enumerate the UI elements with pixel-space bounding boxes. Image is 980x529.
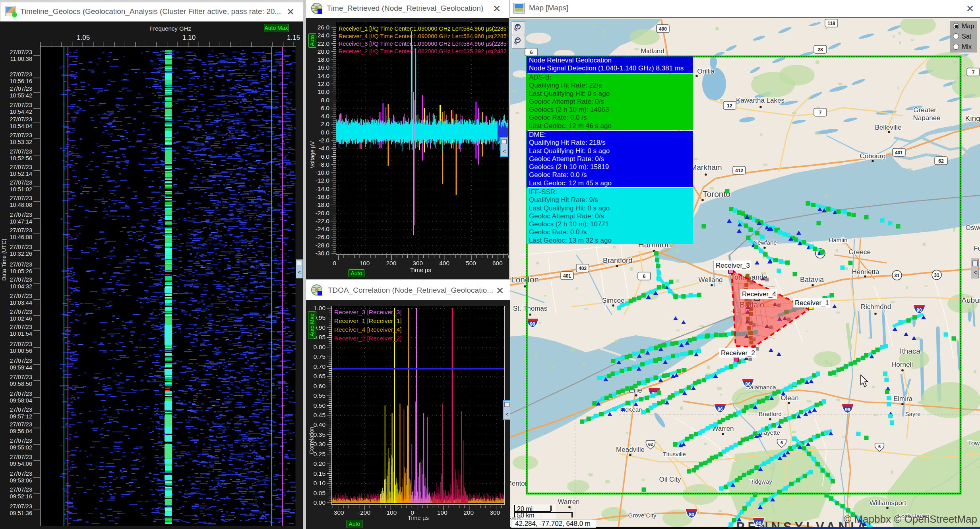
svg-text:Brantford: Brantford [603, 257, 632, 264]
svg-text:Ridgway: Ridgway [749, 478, 772, 485]
svg-text:6: 6 [781, 440, 783, 445]
svg-text:Cobourg: Cobourg [860, 152, 885, 160]
svg-text:Kawartha Lakes: Kawartha Lakes [736, 97, 784, 104]
svg-text:Hornell: Hornell [891, 361, 913, 368]
svg-text:St. Thomas: St. Thomas [513, 305, 548, 312]
svg-text:Napanee: Napanee [913, 114, 940, 122]
svg-text:7: 7 [819, 110, 822, 115]
svg-text:Greece: Greece [848, 248, 871, 256]
svg-text:400: 400 [659, 26, 667, 32]
svg-text:86: 86 [745, 381, 751, 387]
svg-text:Oil City: Oil City [659, 476, 681, 483]
svg-text:Sayre: Sayre [905, 410, 920, 417]
svg-text:Midland: Midland [641, 47, 664, 55]
svg-text:Ithaca: Ithaca [900, 347, 920, 355]
svg-text:Orillia: Orillia [697, 68, 715, 75]
svg-text:31: 31 [894, 273, 900, 278]
svg-text:Towa: Towa [968, 440, 980, 447]
svg-text:Hamlin: Hamlin [829, 237, 848, 243]
svg-text:12: 12 [727, 103, 732, 109]
svg-text:Receiver_2: Receiver_2 [721, 349, 755, 357]
svg-text:90: 90 [530, 321, 535, 327]
svg-text:403: 403 [579, 266, 587, 271]
svg-text:Receiver_3: Receiver_3 [716, 262, 750, 269]
svg-text:Titusville: Titusville [663, 451, 686, 457]
svg-text:412: 412 [735, 168, 743, 173]
svg-text:Bradford: Bradford [759, 410, 782, 417]
svg-text:Greater: Greater [913, 106, 936, 114]
svg-text:Warren: Warren [558, 498, 579, 506]
svg-text:6: 6 [643, 274, 646, 279]
svg-text:Henrietta: Henrietta [852, 268, 880, 276]
svg-text:6: 6 [530, 50, 533, 55]
svg-text:Ful: Ful [974, 245, 980, 252]
svg-text:118: 118 [827, 21, 835, 26]
svg-text:90: 90 [916, 307, 922, 313]
svg-text:Batavia: Batavia [800, 276, 824, 284]
svg-text:99: 99 [845, 407, 850, 412]
svg-text:Receiver_1: Receiver_1 [795, 299, 829, 307]
svg-text:Grove City: Grove City [628, 512, 657, 519]
svg-text:80: 80 [756, 521, 761, 526]
svg-text:Belleville: Belleville [875, 124, 901, 131]
svg-text:Elmira: Elmira [893, 395, 913, 403]
svg-text:Welland: Welland [698, 276, 722, 284]
svg-text:62: 62 [938, 158, 944, 164]
svg-text:Olean: Olean [781, 394, 798, 402]
svg-text:86: 86 [717, 406, 723, 412]
svg-text:6: 6 [878, 444, 881, 449]
svg-text:62: 62 [648, 442, 653, 447]
svg-text:401: 401 [895, 150, 903, 156]
svg-text:Richmond: Richmond [861, 303, 891, 311]
svg-text:Osweg: Osweg [966, 224, 980, 231]
svg-text:London: London [511, 275, 539, 284]
svg-text:28: 28 [817, 47, 823, 53]
svg-text:Mentor: Mentor [510, 480, 527, 487]
svg-text:Kingst: Kingst [965, 114, 980, 123]
svg-text:Receiver_4: Receiver_4 [742, 290, 776, 298]
svg-text:401: 401 [563, 273, 571, 279]
svg-text:Williamsport: Williamsport [870, 499, 906, 507]
svg-text:Meadville: Meadville [616, 446, 645, 453]
svg-text:7: 7 [972, 70, 975, 75]
svg-text:Auburn: Auburn [961, 296, 980, 304]
svg-text:31: 31 [934, 272, 939, 278]
svg-text:Markham: Markham [690, 163, 722, 171]
svg-text:80: 80 [689, 512, 694, 517]
